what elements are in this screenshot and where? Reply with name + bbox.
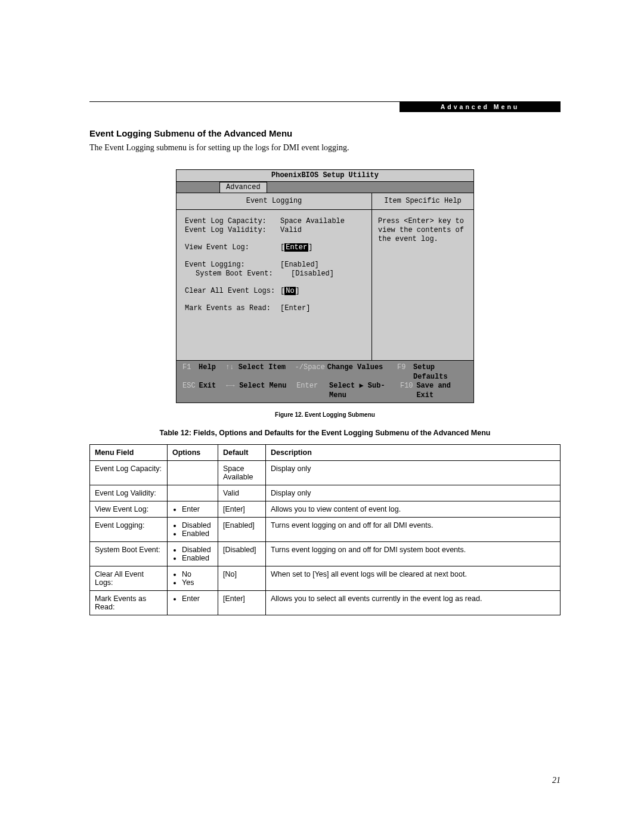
bios-left-title: Event Logging [177,193,371,210]
cell-description: Allows you to view content of event log. [266,501,561,518]
bios-setting-value: [Enter] [280,304,310,313]
bios-footer: F1 Help ↑↓ Select Item -/Space Change Va… [176,361,474,403]
bios-setting-row: Event Logging:[Enabled] [185,261,363,270]
key-f9-label: Setup Defaults [413,363,467,382]
section-intro: The Event Logging submenu is for setting… [89,143,561,153]
bios-setting-value: [Enabled] [280,261,319,270]
key-minus-label: Change Values [327,363,397,382]
bios-active-tab: Advanced [219,182,267,193]
option-item: Enabled [182,529,213,538]
bios-settings-panel: Event Log Capacity:Space AvailableEvent … [177,210,371,360]
cell-default: [Disabled] [218,542,266,566]
cell-description: When set to [Yes] all event logs will be… [266,566,561,591]
th-options: Options [168,445,218,461]
table-row: View Event Log:Enter[Enter]Allows you to… [90,501,561,518]
option-item: Disabled [182,521,213,529]
bios-setting-label: Clear All Event Logs: [185,287,280,296]
bios-setting-row: Clear All Event Logs:[No] [185,287,363,296]
cell-options: NoYes [168,566,218,591]
key-enter-label: Select ▶ Sub-Menu [329,382,400,400]
cell-menu-field: Event Log Capacity: [90,461,168,485]
option-item: Yes [182,578,213,587]
cell-description: Turns event logging on and off for DMI s… [266,542,561,566]
bios-setting-label: System Boot Event: [185,270,291,278]
key-f1-label: Help [199,363,225,382]
bios-setting-value: [Enter] [280,243,312,252]
cell-options [168,461,218,485]
key-f10-label: Save and Exit [416,382,467,400]
key-minus: -/Space [295,363,327,382]
table-row: System Boot Event:DisabledEnabled[Disabl… [90,542,561,566]
cell-description: Display only [266,485,561,501]
cell-default: [Enabled] [218,518,266,542]
cell-description: Turns event logging on and off for all D… [266,518,561,542]
table-row: Mark Events as Read:Enter[Enter]Allows y… [90,591,561,615]
cell-default: Space Available [218,461,266,485]
cell-default: Valid [218,485,266,501]
table-row: Event Log Capacity:Space AvailableDispla… [90,461,561,485]
cell-menu-field: Mark Events as Read: [90,591,168,615]
key-f9: F9 [397,363,413,382]
option-item: No [182,570,213,578]
cell-default: [Enter] [218,591,266,615]
bios-help-text: Press <Enter> key to view the contents o… [372,210,473,251]
bios-setting-value: Valid [280,226,302,235]
th-description: Description [266,445,561,461]
bios-setting-label: Event Logging: [185,261,280,270]
key-updown-label: Select Item [239,363,295,382]
header-tab: Advanced Menu [400,101,561,112]
figure-caption: Figure 12. Event Logging Submenu [89,411,561,418]
bios-setting-label: Event Log Capacity: [185,217,280,226]
key-esc-label: Exit [199,382,226,400]
option-item: Disabled [182,546,213,554]
cell-options: DisabledEnabled [168,518,218,542]
table-row: Event Log Validity:ValidDisplay only [90,485,561,501]
cell-description: Display only [266,461,561,485]
bios-right-title: Item Specific Help [372,193,473,210]
bios-setting-label: View Event Log: [185,243,280,252]
section-heading: Event Logging Submenu of the Advanced Me… [89,128,561,138]
th-menu-field: Menu Field [90,445,168,461]
bios-setting-row: System Boot Event:[Disabled] [185,270,363,278]
cell-description: Allows you to select all events currentl… [266,591,561,615]
table-row: Clear All Event Logs:NoYes[No]When set t… [90,566,561,591]
bios-setting-row: View Event Log:[Enter] [185,243,363,252]
bios-setting-row: Mark Events as Read:[Enter] [185,304,363,313]
key-f1: F1 [182,363,199,382]
bios-screenshot: PhoenixBIOS Setup Utility Advanced Event… [176,169,474,403]
bios-setting-label: Event Log Validity: [185,226,280,235]
option-item: Enabled [182,554,213,562]
key-updown: ↑↓ [225,363,239,382]
cell-menu-field: System Boot Event: [90,542,168,566]
cell-options: DisabledEnabled [168,542,218,566]
bios-setting-row: Event Log Capacity:Space Available [185,217,363,226]
cell-options: Enter [168,501,218,518]
table-caption: Table 12: Fields, Options and Defaults f… [89,429,561,437]
page-number: 21 [552,776,561,785]
cell-menu-field: Event Log Validity: [90,485,168,501]
key-enter: Enter [296,382,329,400]
cell-default: [No] [218,566,266,591]
table-row: Event Logging:DisabledEnabled[Enabled]Tu… [90,518,561,542]
cell-menu-field: Event Logging: [90,518,168,542]
bios-setting-value: [No] [280,287,300,296]
bios-setting-value: Space Available [280,217,345,226]
key-f10: F10 [400,382,416,400]
fields-table: Menu Field Options Default Description E… [89,444,561,615]
cell-menu-field: View Event Log: [90,501,168,518]
cell-options [168,485,218,501]
bios-title: PhoenixBIOS Setup Utility [176,169,474,182]
key-lr: ←→ [226,382,239,400]
cell-default: [Enter] [218,501,266,518]
bios-setting-row: Event Log Validity:Valid [185,226,363,235]
key-esc: ESC [182,382,199,400]
option-item: Enter [182,505,213,513]
bios-setting-label: Mark Events as Read: [185,304,280,313]
cell-options: Enter [168,591,218,615]
cell-menu-field: Clear All Event Logs: [90,566,168,591]
th-default: Default [218,445,266,461]
bios-menubar: Advanced [176,182,474,193]
key-lr-label: Select Menu [239,382,296,400]
bios-setting-value: [Disabled] [291,270,334,278]
option-item: Enter [182,594,213,603]
